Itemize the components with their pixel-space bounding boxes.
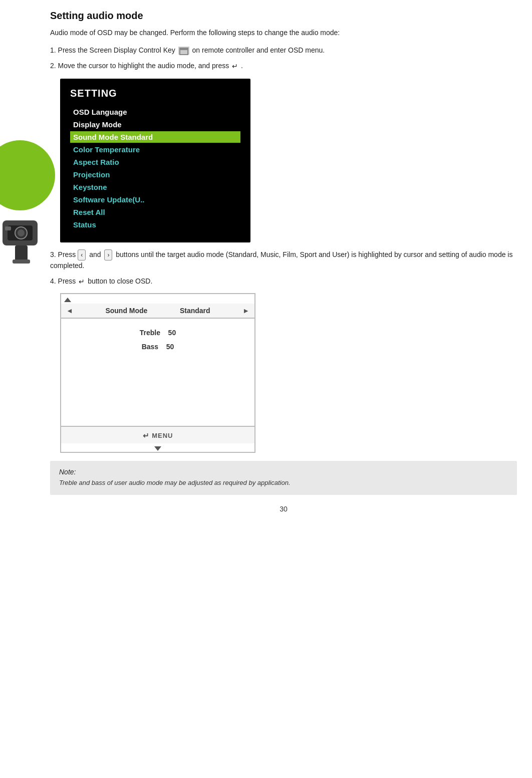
osd-item-reset-all: Reset All [70,206,240,218]
close-arrow-icon: ↵ [79,277,85,287]
page-title: Setting audio mode [50,10,517,22]
menu-label: ↵ MENU [143,431,173,439]
sound-body: Treble 50 Bass 50 [61,319,254,426]
triangle-down-icon [154,446,161,451]
osd-screenshot: SETTING OSD Language Display Mode Sound … [60,79,250,242]
sound-footer: ↵ MENU [61,426,254,444]
svg-rect-5 [13,260,30,264]
brand-circle: QUMI [0,140,55,210]
osd-item-status: Status [70,219,240,230]
osd-item-keystone: Keystone [70,181,240,193]
bass-value: 50 [166,343,174,351]
sound-mode-label: Sound Mode [105,307,147,315]
left-arrow-btn: ‹ [78,249,86,261]
step1-text: 1. Press the Screen Display Control Key … [50,45,517,56]
note-title: Note: [59,468,508,476]
screen-display-key-icon [178,47,189,55]
note-text: Treble and bass of user audio mode may b… [59,478,508,488]
osd-item-software-update: Software Update(U.. [70,194,240,205]
osd-item-display-mode: Display Mode [70,119,240,130]
osd-item-osd-language: OSD Language [70,106,240,118]
treble-value: 50 [168,329,176,337]
right-arrow-btn: › [104,249,112,261]
page-number: 30 [50,505,517,513]
step3-text: 3. Press ‹ and › buttons until the targe… [50,249,517,271]
osd-title: SETTING [70,88,240,99]
osd-item-projection: Projection [70,169,240,180]
step4-text: 4. Press ↵ button to close OSD. [50,276,517,287]
sidebar: QUMI [0,0,45,778]
bass-label: Bass [142,343,158,351]
svg-rect-8 [180,50,187,54]
svg-rect-4 [15,245,28,261]
enter-arrow-icon: ↵ [232,61,238,72]
intro-text: Audio mode of OSD may be changed. Perfor… [50,28,517,38]
sound-header: ◄ Sound Mode Standard ► [61,304,254,319]
sound-prev-icon[interactable]: ◄ [66,307,73,315]
svg-point-3 [18,229,25,236]
triangle-up-icon [64,298,71,302]
sound-screenshot: ◄ Sound Mode Standard ► Treble 50 Bass 5… [60,293,255,453]
sound-mode-value: Standard [180,307,210,315]
sound-next-icon[interactable]: ► [242,307,249,315]
note-box: Note: Treble and bass of user audio mode… [50,461,517,495]
bass-row: Bass 50 [61,340,254,354]
osd-item-sound-mode: Sound Mode Standard [70,131,240,143]
main-content: Setting audio mode Audio mode of OSD may… [50,0,517,513]
osd-item-color-temperature: Color Temperature [70,144,240,155]
treble-row: Treble 50 [61,326,254,340]
projector-icon [0,215,43,271]
treble-label: Treble [140,329,160,337]
step2-text: 2. Move the cursor to highlight the audi… [50,61,517,72]
osd-item-aspect-ratio: Aspect Ratio [70,156,240,168]
svg-rect-6 [5,226,11,230]
